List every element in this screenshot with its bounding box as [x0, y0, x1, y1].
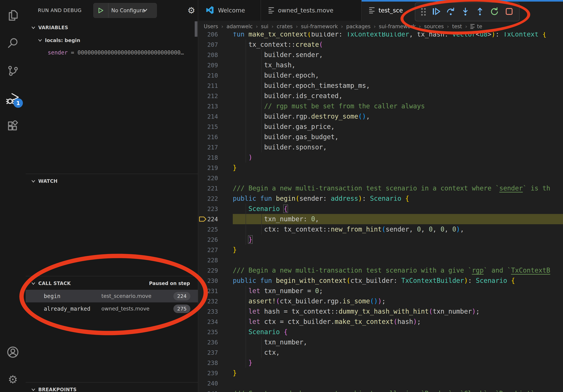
activity-item-run-and-debug[interactable]: 1 [0, 87, 26, 111]
line-content: builder.gas_budget, [233, 132, 563, 142]
gutter [198, 368, 207, 378]
breadcrumb-item[interactable]: adamwelc [227, 24, 253, 29]
breadcrumb-file-label: te [477, 24, 482, 29]
variables-scope-row[interactable]: locals: begin [26, 35, 210, 46]
start-debugging-icon[interactable] [93, 3, 108, 18]
breadcrumb-item[interactable]: crates [277, 24, 293, 29]
step-over-button[interactable] [444, 5, 458, 19]
line-number: 239 [207, 370, 218, 377]
gutter [198, 122, 207, 132]
call-stack-section-header[interactable]: CALL STACK Paused on step [26, 278, 198, 289]
step-into-button[interactable] [459, 5, 472, 19]
indent-guide [261, 347, 262, 358]
indent-guide [246, 214, 246, 224]
line-number: 226 [207, 236, 218, 243]
restart-button[interactable] [488, 5, 501, 19]
line-number: 231 [207, 287, 218, 295]
line-content: txn_number, [233, 337, 563, 347]
activity-item-accounts[interactable] [0, 341, 26, 364]
breadcrumb-item[interactable]: sui-framework [301, 24, 338, 29]
sidebar-scrollbar-thumb[interactable] [195, 21, 197, 37]
line-content: } [233, 163, 563, 173]
activity-item-settings[interactable]: ⚙ [0, 367, 26, 391]
line-content: public fun begin(sender: address): Scena… [233, 194, 563, 204]
code-line-218: 218 ) [198, 152, 563, 163]
code-line-212: 212 builder.ids_created, [198, 91, 563, 101]
activity-item-source-control[interactable] [0, 59, 26, 83]
activity-item-extensions[interactable] [0, 115, 26, 139]
line-content: Scenario { [233, 327, 563, 337]
current-position-marker-icon [198, 214, 207, 224]
activity-item-search[interactable] [0, 32, 26, 55]
debug-toolbar [415, 2, 520, 21]
watch-section-header[interactable]: WATCH [26, 176, 198, 187]
indent-guide [246, 70, 246, 80]
gutter [198, 111, 207, 122]
sidebar-editor-sash[interactable] [198, 0, 198, 392]
line-number: 230 [207, 277, 218, 284]
chevron-down-icon [38, 39, 42, 42]
indent-guide [246, 152, 246, 163]
explorer-icon [7, 9, 19, 23]
line-content: builder.sender, [233, 50, 563, 60]
breadcrumb-item[interactable]: sources [424, 24, 444, 29]
indent-guide [261, 111, 262, 122]
continue-button[interactable] [429, 5, 443, 19]
tab-label: test_sce [379, 7, 403, 14]
breadcrumb-separator: › [271, 24, 273, 29]
launch-settings-gear-icon[interactable]: ⚙ [185, 0, 198, 21]
breadcrumb-file-item[interactable]: te [470, 24, 482, 29]
breakpoints-section-header[interactable]: BREAKPOINTS [26, 384, 198, 392]
code-editor[interactable]: 206fun make_tx_context(builder: TxContex… [198, 0, 563, 392]
section-title: CALL STACK [38, 281, 71, 286]
code-line-210: 210 builder.epoch, [198, 70, 563, 80]
indent-guide [246, 337, 246, 347]
line-number: 210 [207, 72, 218, 79]
gutter [198, 224, 207, 235]
frame-function: begin [44, 293, 102, 300]
breadcrumb-separator: › [296, 24, 298, 29]
indent-guide [246, 60, 246, 70]
gutter [198, 389, 207, 392]
breadcrumb-item[interactable]: test [452, 24, 462, 29]
code-line-226: 226 } [198, 235, 563, 245]
indent-guide [246, 347, 246, 358]
debug-config-dropdown[interactable]: No Configura [93, 3, 157, 18]
line-content: tx_context::create( [233, 39, 563, 50]
indent-guide [246, 80, 246, 91]
call-stack-frame-already_marked[interactable]: already_marked owned_tests.move 275 [26, 302, 198, 315]
call-stack-frame-begin[interactable]: begin test_scenario.move 224 [26, 290, 198, 302]
step-out-button[interactable] [473, 5, 487, 19]
code-line-220: 220 [198, 173, 563, 183]
stop-button[interactable] [502, 5, 516, 19]
variables-section-header[interactable]: VARIABLES [26, 22, 198, 33]
indent-guide [261, 70, 262, 80]
breadcrumb-item[interactable]: Users [204, 24, 218, 29]
gutter [198, 101, 207, 111]
activity-item-explorer[interactable] [0, 4, 26, 28]
gutter [198, 296, 207, 306]
variable-name: sender [48, 49, 68, 56]
line-content: builder.epoch_timestamp_ms, [233, 80, 563, 91]
variable-row-sender[interactable]: sender = 0000000000000000000000000000000… [26, 47, 220, 58]
line-content: } [233, 358, 563, 368]
breadcrumb-item[interactable]: sui [261, 24, 268, 29]
extensions-icon [7, 120, 19, 134]
code-line-234: 234 let ctx = ctx_builder.make_tx_contex… [198, 317, 563, 327]
line-number: 232 [207, 298, 218, 305]
code-line-228: 228 [198, 255, 563, 265]
breadcrumb-item[interactable]: packages [346, 24, 371, 29]
code-line-224: 224 txn_number: 0, [198, 214, 563, 224]
breadcrumb-item[interactable]: sui-framework [379, 24, 416, 29]
indent-guide [246, 142, 246, 152]
toolbar-drag-handle-icon[interactable] [421, 8, 426, 16]
variable-value: = 0000000000000000000000000000000… [71, 49, 184, 56]
frame-function: already_marked [44, 306, 102, 312]
debug-sidebar: RUN AND DEBUG No Configura ⚙ ⋯ VARIABLES [26, 0, 198, 392]
code-line-217: 217 builder.sponsor, [198, 142, 563, 152]
line-number: 238 [207, 359, 218, 366]
tab-owned-tests-move[interactable]: owned_tests.move [261, 0, 362, 21]
tab-welcome[interactable]: Welcome [198, 0, 261, 21]
code-line-227: 227} [198, 245, 563, 255]
line-content: /// Begin a new multi-transaction test s… [233, 265, 563, 275]
